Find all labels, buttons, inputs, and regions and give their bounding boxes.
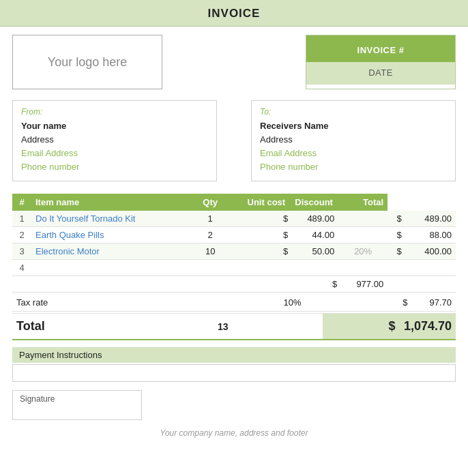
tax-table: Tax rate 10% $ 97.70 (12, 294, 456, 312)
row-qty: 1 (192, 211, 228, 227)
row-total-dollar: $ (387, 243, 403, 260)
col-discount: Discount (289, 194, 338, 211)
row-discount (338, 211, 387, 227)
to-phone: Phone number (260, 160, 447, 174)
to-label: To: (260, 106, 447, 119)
address-row: From: Your name Address Email Address Ph… (0, 96, 468, 188)
row-num: 1 (12, 211, 31, 227)
tax-dollar: $ (385, 294, 409, 312)
signature-label: Signature (20, 394, 55, 404)
total-dollar: $ (323, 314, 398, 340)
row-unit-dollar: $ (228, 211, 289, 227)
table-row: 3 Electronic Motor 10 $ 50.00 20% $ 400.… (12, 243, 456, 260)
row-unit-cost (289, 260, 338, 276)
row-total-dollar: $ (387, 211, 403, 227)
tax-amount: 97.70 (409, 294, 456, 312)
row-unit-dollar: $ (228, 243, 289, 260)
subtotal-amount: 977.00 (338, 276, 387, 293)
col-unit-cost: Unit cost (228, 194, 289, 211)
row-discount: 20% (338, 243, 387, 260)
to-email: Email Address (260, 147, 447, 160)
row-unit-cost: 489.00 (289, 211, 338, 227)
row-unit-cost: 50.00 (289, 243, 338, 260)
footer-text: Your company name, address and footer (160, 428, 308, 438)
signature-section: Signature (0, 385, 468, 423)
subtotal-dollar: $ (289, 276, 338, 293)
row-unit-cost: 44.00 (289, 227, 338, 243)
row-total: 88.00 (403, 227, 456, 243)
subtotal-row: $ 977.00 (12, 276, 456, 293)
col-total: Total (338, 194, 387, 211)
from-email: Email Address (21, 147, 208, 160)
table-row: 1 Do It Yourself Tornado Kit 1 $ 489.00 … (12, 211, 456, 227)
invoice-number-label: INVOICE # (306, 35, 455, 62)
signature-box: Signature (12, 390, 142, 420)
row-num: 4 (12, 260, 31, 276)
payment-input[interactable] (12, 364, 456, 382)
row-unit-dollar (228, 260, 289, 276)
col-item: Item name (31, 194, 192, 211)
invoice-date-label: DATE (306, 62, 455, 85)
row-qty: 2 (192, 227, 228, 243)
tax-section: Tax rate 10% $ 97.70 (0, 294, 468, 312)
col-qty: Qty (192, 194, 228, 211)
to-name: Receivers Name (260, 119, 447, 133)
invoice-title: INVOICE (208, 7, 261, 20)
to-address-box: To: Receivers Name Address Email Address… (251, 100, 456, 181)
from-phone: Phone number (21, 160, 208, 174)
items-table-section: # Item name Qty Unit cost Discount Total… (0, 188, 468, 293)
row-discount (338, 227, 387, 243)
from-label: From: (21, 106, 208, 119)
payment-label: Payment Instructions (12, 347, 456, 363)
row-item: Earth Quake Pills (31, 227, 192, 243)
top-row: Your logo here INVOICE # DATE (0, 27, 468, 96)
row-total-dollar: $ (387, 227, 403, 243)
row-discount (338, 260, 387, 276)
total-table: Total 13 $ 1,074.70 (12, 313, 456, 340)
row-qty (192, 260, 228, 276)
logo-text: Your logo here (48, 55, 127, 70)
total-label: Total (12, 314, 190, 340)
row-total (403, 260, 456, 276)
total-amount: 1,074.70 (398, 314, 456, 340)
from-name: Your name (21, 119, 208, 133)
footer: Your company name, address and footer (0, 423, 468, 445)
table-header-row: # Item name Qty Unit cost Discount Total (12, 194, 456, 211)
col-num: # (12, 194, 31, 211)
row-item: Do It Yourself Tornado Kit (31, 211, 192, 227)
row-item (31, 260, 192, 276)
items-table: # Item name Qty Unit cost Discount Total… (12, 194, 456, 293)
row-num: 2 (12, 227, 31, 243)
payment-section: Payment Instructions (0, 340, 468, 385)
table-row: 2 Earth Quake Pills 2 $ 44.00 $ 88.00 (12, 227, 456, 243)
invoice-page: INVOICE Your logo here INVOICE # DATE Fr… (0, 0, 468, 476)
row-total-dollar (387, 260, 403, 276)
total-section: Total 13 $ 1,074.70 (0, 313, 468, 340)
row-num: 3 (12, 243, 31, 260)
row-total: 489.00 (403, 211, 456, 227)
row-total: 400.00 (403, 243, 456, 260)
from-address: Address (21, 133, 208, 147)
total-qty: 13 (190, 314, 257, 340)
tax-label: Tax rate (12, 294, 269, 312)
tax-rate: 10% (269, 294, 315, 312)
table-row: 4 (12, 260, 456, 276)
invoice-number-block: INVOICE # DATE (306, 35, 456, 89)
row-unit-dollar: $ (228, 227, 289, 243)
invoice-header: INVOICE (0, 0, 468, 27)
from-address-box: From: Your name Address Email Address Ph… (12, 100, 217, 181)
tax-row: Tax rate 10% $ 97.70 (12, 294, 456, 312)
row-item: Electronic Motor (31, 243, 192, 260)
logo-box: Your logo here (12, 35, 162, 89)
to-address: Address (260, 133, 447, 147)
total-row: Total 13 $ 1,074.70 (12, 314, 456, 340)
row-qty: 10 (192, 243, 228, 260)
